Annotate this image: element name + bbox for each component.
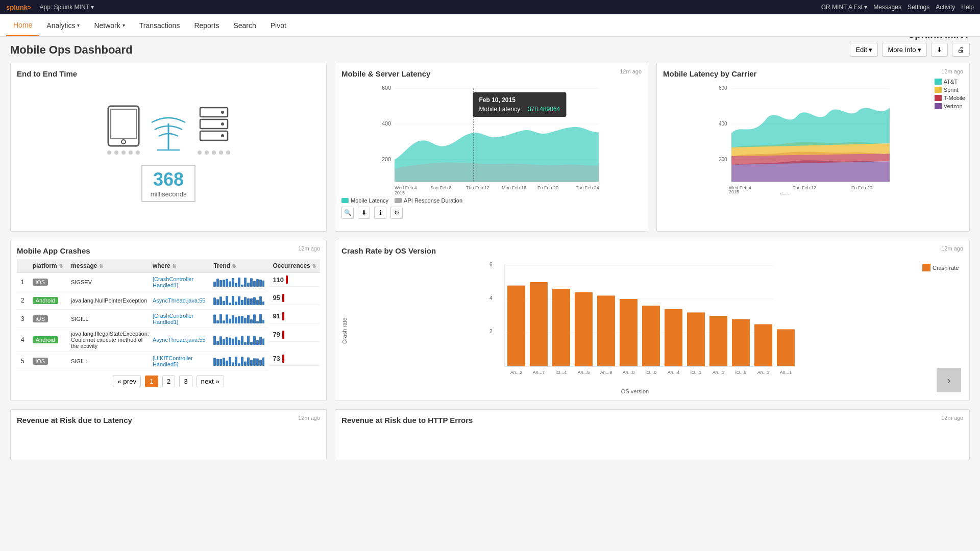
- header-actions: Edit ▾ More Info ▾ ⬇ 🖨: [850, 43, 970, 57]
- nav-network[interactable]: Network ▾: [87, 15, 132, 36]
- svg-rect-42: [223, 280, 225, 287]
- svg-text:600: 600: [719, 85, 727, 91]
- page-2[interactable]: 2: [162, 375, 175, 387]
- server-dots: [198, 151, 230, 155]
- platform-badge: iOS: [33, 279, 48, 286]
- svg-rect-115: [226, 361, 228, 366]
- tooltip-value: 378.489064: [528, 106, 560, 113]
- svg-rect-114: [223, 358, 225, 366]
- att-label: AT&T: [944, 79, 958, 85]
- row-where: [CrashController Handled1]: [149, 310, 209, 328]
- e2e-title: End to End Time: [17, 69, 320, 78]
- download-button[interactable]: ⬇: [931, 43, 948, 57]
- top-bar-account[interactable]: GR MINT A Est ▾: [821, 4, 867, 11]
- analytics-arrow: ▾: [77, 22, 80, 28]
- svg-rect-109: [262, 338, 264, 345]
- latency-tooltip: Feb 10, 2015 Mobile Latency: 378.489064: [473, 92, 567, 117]
- bar-rect: [507, 286, 525, 366]
- row-platform: Android: [29, 328, 67, 352]
- nav-transactions[interactable]: Transactions: [132, 15, 187, 36]
- chart-zoom-btn[interactable]: 🔍: [341, 207, 354, 219]
- pagination: « prev 1 2 3 next »: [17, 375, 320, 387]
- server-icon: [196, 105, 232, 148]
- svg-rect-105: [250, 341, 253, 344]
- col-num: [17, 259, 29, 273]
- print-button[interactable]: 🖨: [952, 43, 970, 57]
- chart-refresh-btn[interactable]: ↻: [390, 207, 403, 219]
- nav-search[interactable]: Search: [226, 15, 263, 36]
- legend-api-label: API Response Duration: [404, 197, 462, 204]
- carrier-chart-area: 600 400 200 Wed Feb 4 2015 Thu Feb: [663, 82, 963, 194]
- svg-rect-45: [232, 278, 234, 287]
- network-arrow: ▾: [122, 22, 125, 28]
- bar-rect: [597, 295, 615, 366]
- svg-rect-100: [235, 336, 237, 344]
- end-to-end-panel: End to End Time: [10, 63, 327, 232]
- col-message[interactable]: message ⇅: [67, 259, 149, 273]
- more-info-button[interactable]: More Info ▾: [882, 43, 927, 57]
- col-where[interactable]: where ⇅: [149, 259, 209, 273]
- chart-download-btn[interactable]: ⬇: [358, 207, 370, 219]
- row-trend: [209, 273, 268, 291]
- col-platform[interactable]: platform ⇅: [29, 259, 67, 273]
- e2e-value-box: 368 milliseconds: [141, 165, 196, 202]
- row-trend: [209, 328, 268, 352]
- col-trend[interactable]: Trend ⇅: [209, 259, 268, 273]
- nav-reports[interactable]: Reports: [187, 15, 226, 36]
- svg-text:400: 400: [719, 121, 727, 127]
- top-bar-messages[interactable]: Messages: [873, 4, 901, 11]
- svg-text:200: 200: [382, 156, 391, 162]
- svg-rect-96: [223, 339, 225, 344]
- next-page[interactable]: next »: [197, 375, 224, 387]
- message-sort: ⇅: [99, 263, 103, 269]
- revenue-latency-title: Revenue at Risk due to Latency: [17, 416, 320, 424]
- svg-rect-121: [244, 362, 247, 366]
- svg-text:4: 4: [489, 295, 493, 301]
- revenue-latency-panel: Revenue at Risk due to Latency 12m ago: [10, 409, 327, 460]
- bar-rect: [732, 319, 750, 366]
- row-platform: iOS: [29, 352, 67, 370]
- row-message: SIGILL: [67, 352, 149, 370]
- row-occurrences: 110: [268, 273, 320, 287]
- trend-sparkline: [213, 334, 264, 345]
- bar-label: An...9: [600, 370, 612, 375]
- page-3[interactable]: 3: [179, 375, 192, 387]
- svg-rect-41: [219, 280, 222, 287]
- crash-rate-timestamp: 12m ago: [941, 245, 963, 252]
- nav-home[interactable]: Home: [6, 15, 39, 36]
- prev-page[interactable]: « prev: [113, 375, 141, 387]
- col-occurrences[interactable]: Occurrences ⇅: [268, 259, 320, 273]
- nav-analytics[interactable]: Analytics ▾: [39, 15, 87, 36]
- svg-rect-52: [253, 281, 256, 287]
- chart-info-btn[interactable]: ℹ: [374, 207, 386, 219]
- top-bar-settings[interactable]: Settings: [908, 4, 929, 11]
- legend-api-color: [395, 198, 402, 203]
- row-platform: Android: [29, 291, 67, 310]
- row-occurrences: 73: [268, 352, 320, 366]
- edit-button[interactable]: Edit ▾: [850, 43, 878, 57]
- row-platform: iOS: [29, 273, 67, 291]
- row-message: SIGILL: [67, 310, 149, 328]
- svg-text:Fri Feb 20: Fri Feb 20: [851, 185, 872, 190]
- top-bar-help[interactable]: Help: [961, 4, 974, 11]
- chart-controls: 🔍 ⬇ ℹ ↻: [341, 207, 642, 219]
- top-bar-activity[interactable]: Activity: [936, 4, 955, 11]
- bar-label: An...5: [578, 370, 590, 375]
- trend-sparkline: [213, 355, 264, 366]
- app-name[interactable]: App: Splunk MINT ▾: [40, 4, 94, 11]
- nav-pivot[interactable]: Pivot: [263, 15, 293, 36]
- bar-label: An...1: [780, 370, 792, 375]
- bar-rect: [530, 282, 548, 366]
- revenue-http-panel: Revenue at Risk due to HTTP Errors 12m a…: [335, 409, 970, 460]
- svg-rect-106: [253, 336, 256, 344]
- svg-rect-51: [250, 278, 253, 287]
- legend-sprint: Sprint: [935, 87, 965, 93]
- svg-rect-63: [232, 296, 234, 305]
- carrier-legend: AT&T Sprint T-Mobile Verizon: [935, 79, 965, 109]
- next-panel-button[interactable]: ›: [937, 368, 961, 392]
- page-1[interactable]: 1: [145, 375, 158, 387]
- revenue-latency-timestamp: 12m ago: [298, 415, 320, 421]
- svg-rect-62: [229, 303, 231, 305]
- svg-rect-59: [219, 296, 222, 305]
- svg-rect-53: [256, 279, 259, 287]
